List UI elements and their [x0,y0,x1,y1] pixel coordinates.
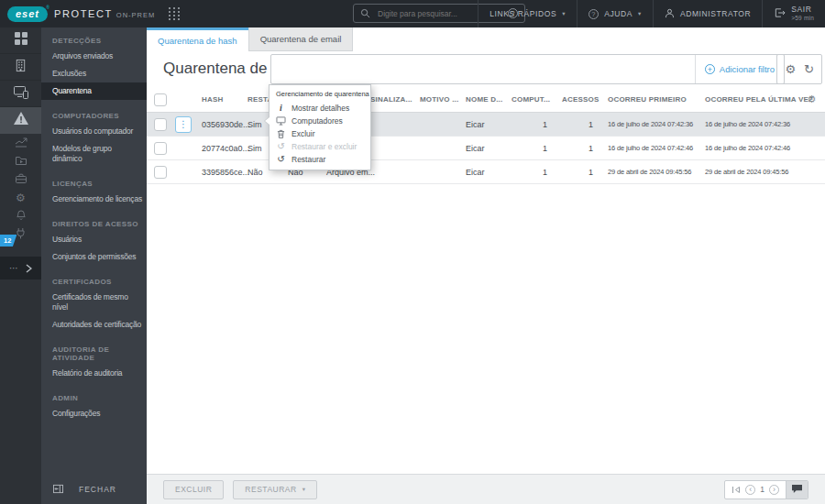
column-settings-gear-icon[interactable]: ⚙ [798,93,825,105]
nav-reports[interactable] [0,134,41,152]
sidebar-item-conjuntos-de-permissoes[interactable]: Conjuntos de permissões [41,248,147,266]
nav-policies[interactable]: ⚙ [0,189,41,207]
logout-button[interactable]: SAIR >59 min [762,0,825,27]
help-menu[interactable]: ? AJUDA ▾ [577,0,653,27]
row-checkbox[interactable] [154,142,167,155]
menu-item-mostrar-detalhes[interactable]: i Mostrar detalhes [270,102,370,115]
action-bar: EXCLUIR RESTAURAR ▾ ‹ 1 › [147,474,825,504]
expand-chevron-icon [26,260,32,277]
menu-item-restaurar[interactable]: ↺ Restaurar [270,153,370,166]
table-row[interactable]: 20774c0a0... Sim Eicar 1 1 16 de julho d… [147,137,825,160]
cell-hash: 20774c0a0... [194,144,240,153]
restaurar-button[interactable]: RESTAURAR ▾ [233,480,317,499]
nav-tasks[interactable] [0,152,41,170]
column-header-ocorreu-primeiro[interactable]: OCORREU PRIMEIRO [600,95,698,104]
table-row[interactable]: 3395856ce... Não Não Arquivo em... Eicar… [147,160,825,184]
context-menu: Gerenciamento de quarentena i Mostrar de… [269,84,371,170]
plug-icon [16,226,26,243]
dashboard-icon [14,31,28,49]
column-header-computadores[interactable]: COMPUT... [504,95,555,104]
cell-computadores: 1 [504,168,555,177]
cell-nome: Eicar [458,120,504,129]
cell-acessos: 1 [555,168,600,177]
sidebar-item-usuarios[interactable]: Usuários [41,231,147,248]
sidebar-section-deteccoes: DETECÇÕES Arquivos enviados Exclusões Qu… [41,33,147,100]
folder-play-icon [15,153,28,170]
first-page-icon[interactable] [732,481,741,498]
column-header-acessos[interactable]: ACESSOS [555,95,600,104]
page-number: 1 [760,485,764,494]
previous-page-icon[interactable]: ‹ [745,485,755,495]
sidebar-item-relatorio-de-auditoria[interactable]: Relatório de auditoria [41,365,147,382]
excluir-button[interactable]: EXCLUIR [163,480,224,499]
app-grid-icon[interactable] [169,6,181,21]
sidebar-item-quarentena[interactable]: Quarentena [41,82,147,100]
quick-links-menu[interactable]: LINKS RÁPIDOS ▾ [478,0,577,27]
cell-acessos: 1 [555,144,600,153]
sidebar-item-gerenciamento-de-licencas[interactable]: Gerenciamento de licenças [41,191,147,208]
column-header-nome[interactable]: NOME D... [458,95,504,104]
cell-hash: 0356930de... [194,120,240,129]
trash-icon [276,129,286,138]
rail-more[interactable]: ⋯ [0,257,41,279]
nav-notifications[interactable] [0,207,41,225]
table-row[interactable]: ⋮ 0356930de... Sim Eicar 1 1 16 de julho… [147,113,825,137]
menu-item-restaurar-e-excluir: ↺ Restaurar e excluir [270,140,370,153]
next-page-icon[interactable]: › [769,485,779,495]
sidebar-item-certificados-de-mesmo-nivel[interactable]: Certificados de mesmo nível [41,289,147,316]
column-header-hash[interactable]: HASH [194,95,240,104]
plus-icon: + [705,64,715,74]
menu-item-excluir[interactable]: Excluir [270,127,370,140]
sidebar-item-exclusoes[interactable]: Exclusões [41,65,147,82]
row-context-menu-button[interactable]: ⋮ [175,116,192,133]
column-header-motivo[interactable]: MOTIVO ... [412,95,458,104]
user-icon [665,8,675,20]
sidebar-section-computadores: COMPUTADORES Usuários do computador Mode… [41,108,147,168]
feedback-button[interactable] [786,481,808,499]
tab-strip: Quarentena de hash Quarentena de email [147,27,825,51]
cell-acessos: 1 [555,120,600,129]
nav-installers[interactable] [0,170,41,189]
tab-quarentena-de-hash[interactable]: Quarentena de hash [147,27,248,51]
nav-devices[interactable] [0,81,41,107]
sidebar-section-title: DIREITOS DE ACESSO [41,216,147,231]
sidebar-item-modelos-de-grupo-dinamico[interactable]: Modelos de grupo dinâmico [41,140,147,168]
table-header: HASH RESTAU... SINALIZA... MOTIVO ... NO… [147,87,825,113]
row-checkbox[interactable] [154,118,167,131]
cell-ocorreu-primeiro: 16 de julho de 2024 07:42:36 [600,120,698,128]
registered-mark: ® [46,5,50,10]
toolbox-icon [15,171,28,188]
nav-detections[interactable] [0,107,41,134]
user-menu[interactable]: ADMINISTRATOR [653,0,762,27]
collapse-sidebar-button[interactable]: FECHAR [41,475,147,504]
sidebar-section-title: COMPUTADORES [41,108,147,123]
eset-logo: eset ® [7,6,48,22]
sidebar-item-autoridades-de-certificacao[interactable]: Autoridades de certificação [41,316,147,334]
nav-dashboard[interactable] [0,27,41,54]
cell-nome: Eicar [458,168,504,177]
title-bar: Quarentena de hash + Adicionar filtro ⚙ … [147,51,825,87]
session-timer: >59 min [791,14,814,22]
filter-input[interactable] [271,55,695,83]
select-all-checkbox[interactable] [154,93,167,106]
tab-quarentena-de-email[interactable]: Quarentena de email [248,27,354,51]
collapse-icon [52,484,64,496]
monitor-icon [276,116,286,126]
warning-triangle-icon [13,111,29,129]
sidebar-item-usuarios-do-computador[interactable]: Usuários do computador [41,123,147,140]
sidebar-section-title: DETECÇÕES [41,33,147,48]
add-filter-button[interactable]: + Adicionar filtro [695,55,784,83]
sidebar-item-configuracoes[interactable]: Configurações [41,405,147,422]
search-icon [360,5,370,22]
cell-computadores: 1 [504,144,555,153]
column-header-ocorreu-ultima[interactable]: OCORREU PELA ÚLTIMA VEZ [698,95,798,104]
context-menu-title: Gerenciamento de quarentena [270,88,370,102]
filter-bar: + Adicionar filtro [270,54,785,84]
row-checkbox[interactable] [154,166,167,179]
menu-item-computadores[interactable]: Computadores [270,115,370,127]
main-content: Quarentena de hash Quarentena de email Q… [147,27,825,504]
sidebar-item-arquivos-enviados[interactable]: Arquivos enviados [41,48,147,65]
nav-computers[interactable] [0,54,41,81]
help-icon: ? [588,9,599,19]
sidebar-section-title: LICENÇAS [41,176,147,191]
